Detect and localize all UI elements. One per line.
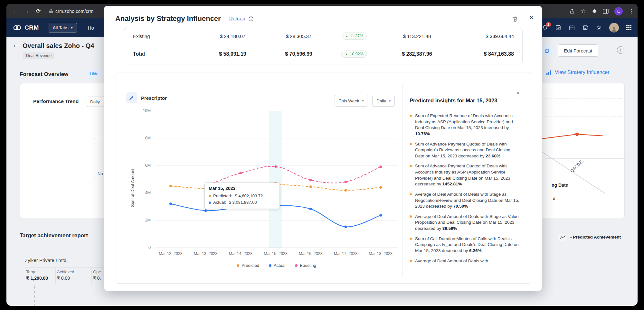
increase-arrow-icon: ▲ [345, 34, 348, 38]
store-icon[interactable] [582, 24, 589, 31]
data-point [169, 185, 172, 187]
back-button[interactable]: ← [12, 4, 19, 18]
nav-actions: 2 [542, 23, 632, 33]
share-icon[interactable] [569, 8, 575, 14]
insights-title: Predicted insights for Mar 15, 2023 [410, 98, 516, 104]
bullet-icon [410, 115, 412, 117]
prescriptor-icon [126, 92, 137, 103]
all-tabs-dropdown[interactable]: All Tabs ▾ [49, 23, 77, 33]
insight-item: Average of Deal Amount of Deals with Sta… [410, 214, 520, 232]
tooltip-label: Actual: [213, 199, 226, 206]
y-axis-tick-label: 8M [145, 136, 151, 140]
view-strategy-influencer-link[interactable]: View Stratery Influencer [546, 70, 610, 75]
x-axis-tick-label: Mar 12, 2023 [159, 251, 183, 256]
insights-close-icon[interactable]: ✕ [516, 90, 520, 96]
y-axis-tick-label: 2M [145, 218, 151, 222]
y-axis-title: Sum of Deal Amount [130, 169, 135, 207]
data-point [309, 185, 312, 188]
nav-item-home[interactable]: Ho [88, 25, 94, 31]
insight-text: Average of Deal Amount of Deals with Sta… [415, 192, 520, 210]
week-filter-dropdown[interactable]: This Week ▾ [335, 95, 368, 107]
delta-value: 10.92% [350, 52, 363, 56]
data-point [345, 225, 347, 228]
insight-percentage: 23.68% [486, 154, 500, 158]
prescriptor-title: Prescriptor [141, 95, 167, 101]
insight-text: Sum of Call Duration Minutes of Calls wi… [415, 236, 520, 254]
bookmark-star-icon[interactable]: ☆ [581, 8, 586, 14]
forecast-value: $ 24,180.07 [198, 33, 267, 39]
chart-legend: PredictedActualBoosting [155, 263, 398, 268]
quarter-value: $ 282,387.96 [378, 51, 456, 57]
page-back-button[interactable]: ← [12, 41, 19, 49]
side-panel-icon[interactable] [603, 9, 609, 14]
delta-cell: ▲10.92% [330, 51, 378, 58]
delete-trash-icon[interactable] [512, 16, 518, 23]
chevron-down-icon: ▾ [71, 26, 73, 30]
cell-value: ₹ 0.00 [56, 275, 92, 284]
company-name: Zylker Private Lmtd. [25, 258, 68, 263]
bar-chart-icon [546, 70, 552, 75]
x-axis-tick-label: Mar 18, 2023 [369, 251, 393, 256]
legend-label: Boosting [300, 263, 316, 268]
x-axis-tick-label: Mar 15, 2023 [264, 251, 288, 256]
forecast-value: $ 58,091.19 [198, 51, 267, 57]
address-bar[interactable]: crm.zoho.com/crm [49, 9, 93, 14]
data-point [379, 214, 382, 217]
compose-icon[interactable] [555, 24, 562, 31]
refresh-button[interactable] [542, 45, 553, 56]
settings-gear-icon[interactable] [596, 24, 602, 31]
granularity-filter-dropdown[interactable]: Daily ▾ [372, 95, 395, 107]
prescriptor-panel: Prescriptor This Week ▾ Daily ▾ Sum of D… [116, 72, 531, 284]
browser-profile-avatar[interactable]: L [614, 7, 623, 15]
x-axis-tick-label: Mar 17, 2023 [334, 251, 358, 256]
retrain-link[interactable]: Retrain [229, 16, 245, 22]
insight-item: Sum of Expected Revenue of Deals with Ac… [410, 113, 520, 137]
data-point [309, 179, 312, 181]
forecast-overview-title: Forecast Overview [20, 71, 68, 78]
tooltip-value: $ 4,602,103.72 [235, 193, 263, 199]
forecast-summary-table: Existing$ 24,180.07$ 28,305.37▲11.37%$ 1… [124, 28, 523, 64]
tooltip-value: $ 3,081,887.00 [229, 199, 257, 206]
chart-tooltip-rows: Predicted:$ 4,602,103.72Actual:$ 3,081,8… [209, 193, 276, 206]
hide-button[interactable]: Hide [86, 70, 102, 78]
insights-list: Sum of Expected Revenue of Deals with Ac… [410, 113, 520, 264]
deal-revenue-tag: Deal Revenue [23, 52, 54, 59]
apps-grid-icon[interactable] [626, 25, 632, 31]
modal-close-icon[interactable]: ✕ [529, 14, 534, 21]
calendar-icon[interactable] [569, 24, 575, 31]
brand-text: CRM [24, 24, 39, 31]
url-text: crm.zoho.com/crm [55, 9, 93, 14]
column-header: Achieved [56, 268, 92, 275]
all-tabs-label: All Tabs [53, 25, 69, 30]
insight-item: Average of Deal Amount of Deals with Sta… [410, 192, 520, 210]
insight-percentage: 10.76% [415, 131, 430, 136]
info-icon[interactable]: i [617, 46, 624, 54]
data-point [345, 181, 347, 183]
insight-percentage: 1452.81% [442, 182, 462, 186]
tooltip-label: Predicted: [213, 193, 232, 199]
data-point [239, 172, 242, 174]
summary-row: Total$ 58,091.19$ 70,596.99▲10.92%$ 282,… [124, 44, 522, 64]
notifications-button[interactable]: 2 [542, 24, 548, 31]
extensions-icon[interactable] [592, 8, 597, 14]
chart-tooltip: Mar 15, 2023 Predicted:$ 4,602,103.72Act… [204, 183, 280, 209]
user-avatar[interactable] [609, 23, 619, 33]
bullet-icon [410, 238, 412, 240]
legend-dot-icon [269, 264, 271, 267]
browser-menu-icon[interactable]: ⋮ [629, 4, 632, 18]
legend-item: Boosting [295, 263, 316, 268]
reload-button[interactable]: ⟳ [35, 4, 42, 18]
delta-badge: ▲10.92% [341, 51, 367, 58]
predicted-achievement-legend: - Predicted Achievement [558, 233, 621, 241]
insight-item: Sum of Advance Payment Quoted of Deals w… [410, 163, 520, 187]
data-point [274, 165, 277, 168]
granularity-filter-label: Daily [376, 99, 386, 103]
total-value: $ 847,163.88 [456, 51, 522, 57]
no-label: No [98, 171, 103, 176]
edit-forecast-button[interactable]: Edit Forecast [558, 44, 598, 57]
insight-percentage: 70.50% [453, 204, 468, 209]
notification-badge: 2 [546, 22, 551, 27]
forward-button[interactable]: → [23, 4, 30, 18]
data-point [204, 209, 207, 212]
x-axis-tick-label: Mar 13, 2023 [194, 251, 218, 256]
